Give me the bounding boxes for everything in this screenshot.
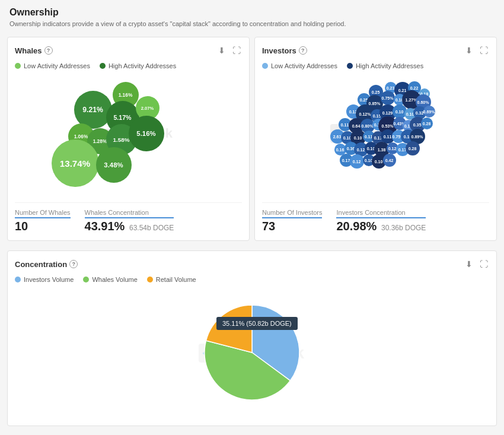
- investors-card-header: Investors ? ⬇ ⛶: [262, 45, 489, 56]
- concentration-pie-area: 🔷 TheBlock 35.11% (50.82b DOGE): [15, 288, 489, 418]
- investors-actions: ⬇ ⛶: [464, 45, 489, 56]
- concentration-help-icon[interactable]: ?: [69, 260, 78, 268]
- legend-item: Investors Volume: [15, 276, 74, 283]
- investors-count-stat: Number Of Investors 73: [262, 209, 322, 233]
- concentration-download-btn[interactable]: ⬇: [464, 258, 474, 270]
- concentration-legend: Investors VolumeWhales VolumeRetail Volu…: [15, 276, 489, 283]
- investors-chart: 🔷 TheBlock 0.250.230.210.220.180.250.85%…: [262, 74, 489, 193]
- bubble[interactable]: 0.69%: [423, 106, 435, 118]
- concentration-expand-btn[interactable]: ⛶: [479, 258, 489, 270]
- bubble[interactable]: 0.28: [421, 118, 433, 129]
- whales-expand-btn[interactable]: ⛶: [231, 45, 242, 56]
- concentration-header: Concentration ? ⬇ ⛶: [15, 258, 489, 270]
- investors-help-icon[interactable]: ?: [299, 46, 307, 55]
- investors-card: Investors ? ⬇ ⛶ Low Activity AddressesHi…: [254, 37, 497, 241]
- concentration-card: Concentration ? ⬇ ⛶ Investors VolumeWhal…: [7, 250, 497, 426]
- whales-conc-sub: 63.54b DOGE: [129, 224, 174, 232]
- whales-card: Whales ? ⬇ ⛶ Low Activity AddressesHigh …: [7, 37, 250, 241]
- pie-tooltip: 35.11% (50.82b DOGE): [216, 317, 298, 330]
- whales-chart: 🔷 TheBlock 9.21%1.16%5.17%2.07%1.06%1.28…: [15, 74, 242, 193]
- investors-stats: Number Of Investors 73 Investors Concent…: [262, 202, 489, 233]
- whales-legend: Low Activity AddressesHigh Activity Addr…: [15, 62, 242, 69]
- investors-conc-sub: 30.36b DOGE: [381, 224, 426, 232]
- bubble[interactable]: 0.12: [350, 154, 364, 169]
- bubble[interactable]: 0.28: [406, 141, 420, 155]
- whales-conc-value: 43.91%: [85, 220, 125, 233]
- concentration-actions: ⬇ ⛶: [464, 258, 489, 270]
- whales-count-value: 10: [15, 220, 28, 233]
- whales-stats: Number Of Whales 10 Whales Concentration…: [15, 202, 242, 233]
- investors-expand-btn[interactable]: ⛶: [479, 45, 489, 56]
- whales-card-header: Whales ? ⬇ ⛶: [15, 45, 242, 56]
- whales-download-btn[interactable]: ⬇: [217, 45, 227, 56]
- whales-title: Whales ?: [15, 46, 53, 55]
- bubble[interactable]: 3.48%: [96, 147, 132, 183]
- whales-count-stat: Number Of Whales 10: [15, 209, 71, 233]
- investors-conc-stat: Investors Concentration 20.98% 30.36b DO…: [336, 209, 426, 233]
- investors-conc-label: Investors Concentration: [336, 209, 426, 218]
- pie-chart: [199, 299, 305, 406]
- investors-count-label: Number Of Investors: [262, 209, 322, 218]
- investors-title: Investors ?: [262, 46, 307, 55]
- legend-item: Low Activity Addresses: [15, 62, 90, 69]
- concentration-title: Concentration ?: [15, 260, 78, 269]
- legend-item: Retail Volume: [147, 276, 196, 283]
- bubble[interactable]: 5.16%: [129, 116, 164, 151]
- whales-count-label: Number Of Whales: [15, 209, 71, 218]
- investors-legend: Low Activity AddressesHigh Activity Addr…: [262, 62, 489, 69]
- legend-item: Whales Volume: [83, 276, 137, 283]
- whales-help-icon[interactable]: ?: [44, 46, 53, 55]
- whales-actions: ⬇ ⛶: [217, 45, 242, 56]
- investors-download-btn[interactable]: ⬇: [464, 45, 474, 56]
- bubble[interactable]: 0.42: [383, 154, 396, 167]
- bubble[interactable]: 13.74%: [52, 139, 99, 187]
- legend-item: High Activity Addresses: [100, 62, 176, 69]
- page-subtitle: Ownership indicators provide a view of a…: [0, 20, 504, 34]
- investors-conc-value: 20.98%: [336, 220, 377, 233]
- investors-count-value: 73: [262, 220, 275, 233]
- whales-conc-label: Whales Concentration: [85, 209, 174, 218]
- bubble[interactable]: 0.75%: [381, 91, 395, 105]
- page-title: Ownership: [0, 0, 504, 20]
- whales-conc-stat: Whales Concentration 43.91% 63.54b DOGE: [85, 209, 174, 233]
- investors-bubble-chart: 0.250.230.210.220.180.250.85%0.75%0.101.…: [305, 77, 447, 190]
- whales-bubble-chart: 9.21%1.16%5.17%2.07%1.06%1.28%1.58%5.16%…: [58, 77, 200, 190]
- legend-item: Low Activity Addresses: [262, 62, 337, 69]
- legend-item: High Activity Addresses: [347, 62, 423, 69]
- pie-container: 35.11% (50.82b DOGE): [199, 299, 305, 408]
